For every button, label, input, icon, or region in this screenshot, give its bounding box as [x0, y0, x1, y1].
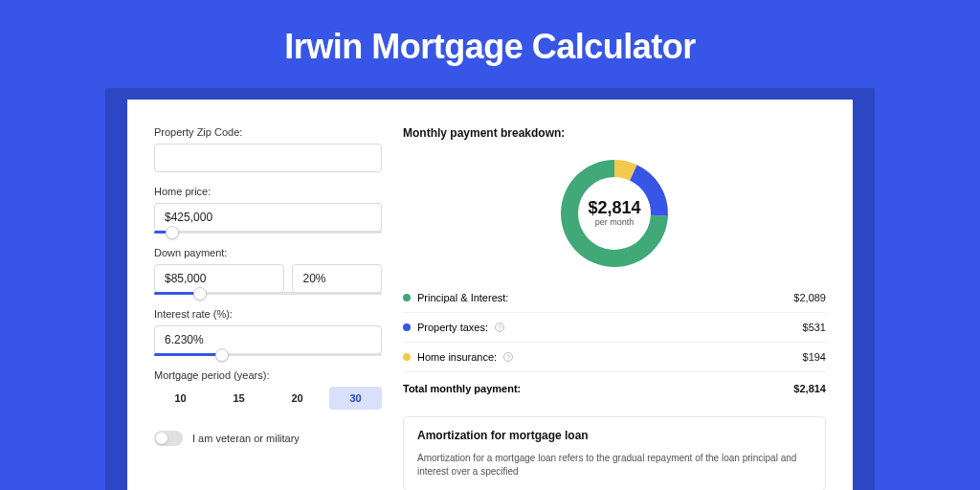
period-option-15[interactable]: 15: [212, 387, 265, 410]
total-label: Total monthly payment:: [403, 383, 521, 394]
legend-amount: $194: [803, 351, 826, 363]
interest-label: Interest rate (%):: [154, 308, 382, 320]
period-options: 10152030: [154, 387, 382, 410]
down-payment-input[interactable]: [154, 264, 284, 293]
interest-input[interactable]: [154, 325, 382, 354]
page-title: Irwin Mortgage Calculator: [0, 0, 980, 88]
zip-group: Property Zip Code:: [154, 126, 382, 172]
legend-dot-icon: [403, 294, 411, 301]
legend-amount: $2,089: [793, 292, 826, 303]
slider-thumb[interactable]: [166, 226, 179, 239]
period-label: Mortgage period (years):: [154, 369, 382, 381]
donut-center-amount: $2,814: [588, 198, 640, 217]
donut-chart: $2,814 per month: [403, 151, 826, 283]
donut-svg: $2,814 per month: [556, 155, 673, 272]
form-column: Property Zip Code: Home price: Down paym…: [154, 126, 382, 490]
toggle-knob: [156, 433, 167, 444]
down-payment-group: Down payment:: [154, 247, 382, 295]
home-price-slider[interactable]: [154, 231, 382, 234]
zip-input[interactable]: [154, 144, 382, 172]
veteran-label: I am veteran or military: [192, 433, 300, 444]
period-option-30[interactable]: 30: [329, 387, 382, 410]
legend-row: Home insurance:?$194: [403, 343, 826, 372]
legend: Principal & Interest:$2,089Property taxe…: [403, 283, 826, 372]
amortization-box: Amortization for mortgage loan Amortizat…: [403, 416, 826, 490]
card-shadow: Property Zip Code: Home price: Down paym…: [105, 88, 875, 490]
amortization-title: Amortization for mortgage loan: [417, 429, 812, 442]
help-icon[interactable]: ?: [503, 352, 513, 362]
legend-dot-icon: [403, 353, 411, 361]
home-price-input[interactable]: [154, 203, 382, 232]
zip-label: Property Zip Code:: [154, 126, 382, 138]
period-group: Mortgage period (years): 10152030: [154, 369, 382, 410]
calculator-card: Property Zip Code: Home price: Down paym…: [127, 100, 853, 490]
legend-dot-icon: [403, 323, 411, 331]
legend-label: Property taxes:: [417, 322, 488, 333]
veteran-row: I am veteran or military: [154, 431, 382, 446]
legend-label: Home insurance:: [417, 351, 497, 363]
slider-thumb[interactable]: [193, 287, 207, 301]
down-payment-slider[interactable]: [154, 292, 382, 295]
help-icon[interactable]: ?: [495, 323, 504, 332]
legend-amount: $531: [803, 322, 826, 333]
legend-label: Principal & Interest:: [417, 292, 508, 303]
legend-row: Property taxes:?$531: [403, 313, 826, 343]
down-payment-pct-input[interactable]: [292, 264, 382, 293]
total-amount: $2,814: [793, 383, 826, 394]
donut-center-label: per month: [595, 217, 635, 227]
home-price-label: Home price:: [154, 186, 382, 197]
interest-slider[interactable]: [154, 353, 382, 356]
period-option-10[interactable]: 10: [154, 387, 207, 410]
amortization-text: Amortization for a mortgage loan refers …: [417, 452, 812, 479]
down-payment-label: Down payment:: [154, 247, 382, 258]
interest-group: Interest rate (%):: [154, 308, 382, 356]
legend-total-row: Total monthly payment: $2,814: [403, 372, 826, 403]
period-option-20[interactable]: 20: [271, 387, 323, 410]
slider-fill: [154, 353, 222, 356]
veteran-toggle[interactable]: [154, 431, 183, 446]
home-price-group: Home price:: [154, 186, 382, 234]
slider-thumb[interactable]: [215, 348, 229, 362]
legend-row: Principal & Interest:$2,089: [403, 283, 826, 313]
breakdown-title: Monthly payment breakdown:: [403, 126, 826, 140]
breakdown-column: Monthly payment breakdown: $2,814 per mo…: [403, 126, 826, 490]
